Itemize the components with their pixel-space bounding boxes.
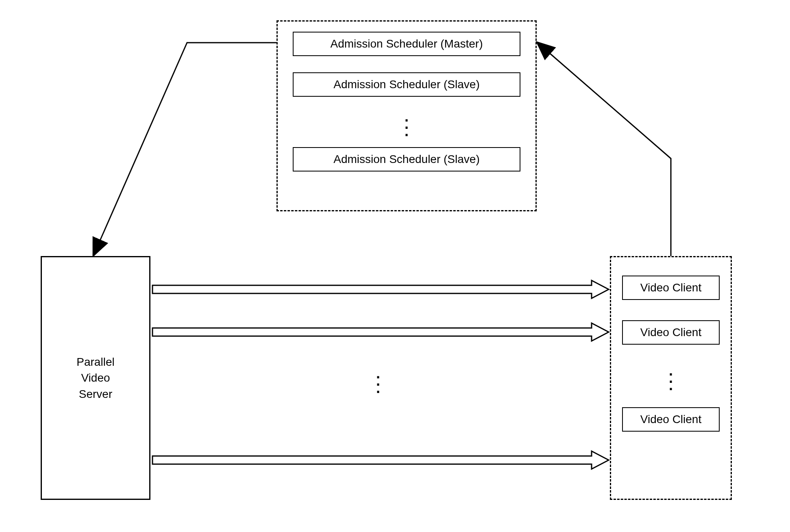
stream-arrow-2 bbox=[152, 323, 610, 343]
video-client-label: Video Client bbox=[640, 413, 701, 426]
scheduler-slave-box: Admission Scheduler (Slave) bbox=[293, 147, 520, 172]
stream-arrow-1 bbox=[152, 280, 610, 301]
svg-marker-3 bbox=[152, 451, 609, 469]
stream-vdots: ... bbox=[374, 370, 382, 392]
scheduler-slave1-label: Admission Scheduler (Slave) bbox=[333, 78, 480, 91]
clients-vdots: ... bbox=[667, 367, 675, 389]
scheduler-slave2-label: Admission Scheduler (Slave) bbox=[333, 153, 480, 166]
scheduler-group: Admission Scheduler (Master) Admission S… bbox=[276, 20, 537, 211]
scheduler-master-label: Admission Scheduler (Master) bbox=[330, 37, 483, 50]
svg-marker-2 bbox=[152, 323, 609, 341]
scheduler-master-box: Admission Scheduler (Master) bbox=[293, 32, 520, 56]
video-client-label: Video Client bbox=[640, 281, 701, 294]
video-client-box: Video Client bbox=[622, 276, 720, 300]
svg-marker-1 bbox=[152, 280, 609, 298]
video-client-box: Video Client bbox=[622, 407, 720, 432]
parallel-video-server-box: Parallel Video Server bbox=[41, 256, 150, 500]
clients-group: Video Client Video Client ... Video Clie… bbox=[610, 256, 732, 500]
scheduler-slave-box: Admission Scheduler (Slave) bbox=[293, 72, 520, 97]
scheduler-vdots: ... bbox=[403, 113, 411, 135]
parallel-video-server-label: Parallel Video Server bbox=[76, 354, 114, 402]
video-client-label: Video Client bbox=[640, 326, 701, 339]
stream-arrow-3 bbox=[152, 451, 610, 471]
video-client-box: Video Client bbox=[622, 320, 720, 345]
